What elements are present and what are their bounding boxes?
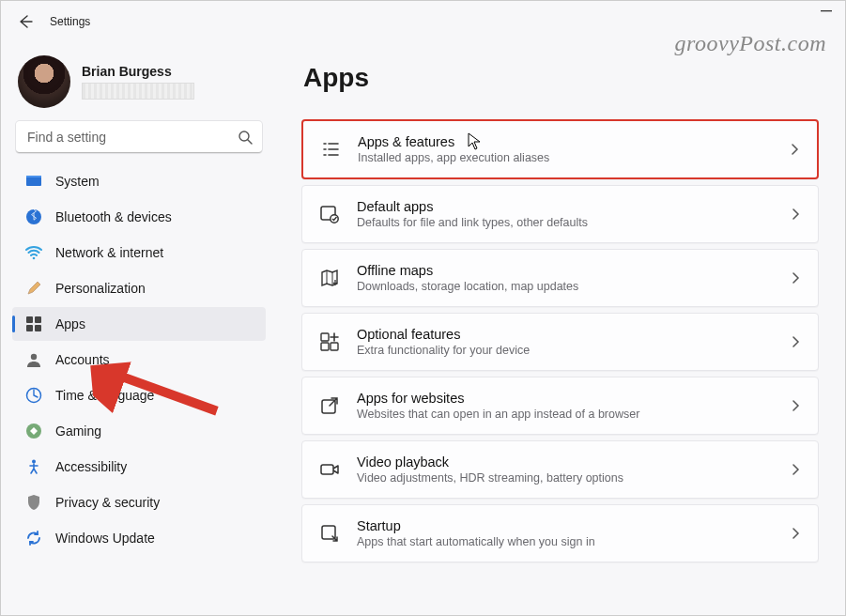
card-subtitle: Extra functionality for your device — [357, 344, 530, 357]
chevron-right-icon — [790, 400, 801, 411]
svg-rect-18 — [321, 343, 329, 350]
card-title: Startup — [357, 518, 595, 533]
sidebar-item-system[interactable]: System — [12, 164, 266, 198]
card-optional-features[interactable]: Optional features Extra functionality fo… — [301, 313, 819, 371]
sidebar-item-privacy[interactable]: Privacy & security — [12, 485, 266, 519]
search-icon — [238, 130, 253, 145]
sidebar-item-label: Time & language — [55, 388, 154, 403]
shield-icon — [25, 494, 42, 511]
card-subtitle: Apps that start automatically when you s… — [357, 535, 595, 548]
svg-rect-19 — [331, 343, 338, 350]
svg-rect-4 — [26, 176, 41, 177]
user-panel[interactable]: Brian Burgess — [10, 50, 268, 121]
minimize-button[interactable] — [817, 7, 836, 16]
search-wrap — [16, 121, 262, 153]
svg-rect-0 — [821, 10, 832, 11]
card-title: Apps for websites — [357, 391, 639, 406]
globe-clock-icon — [25, 387, 42, 404]
chevron-right-icon — [790, 336, 801, 347]
apps-icon — [25, 316, 42, 332]
chevron-right-icon — [790, 272, 801, 284]
watermark-text: groovyPost.com — [675, 31, 826, 56]
svg-rect-17 — [321, 333, 329, 341]
sidebar: Brian Burgess System Bluetoot — [1, 42, 273, 615]
arrow-left-icon — [18, 14, 33, 29]
svg-point-11 — [31, 354, 37, 360]
card-title: Optional features — [357, 327, 530, 342]
sidebar-item-accessibility[interactable]: Accessibility — [12, 450, 266, 484]
sidebar-item-label: Accounts — [55, 352, 110, 367]
svg-line-2 — [248, 140, 252, 144]
sidebar-item-label: Windows Update — [55, 531, 155, 546]
svg-rect-21 — [321, 465, 333, 474]
bluetooth-icon — [25, 208, 42, 225]
chevron-right-icon — [790, 208, 801, 220]
sidebar-item-label: System — [55, 174, 100, 189]
map-icon — [319, 268, 340, 288]
external-link-icon — [319, 395, 340, 416]
system-icon — [25, 173, 42, 190]
video-icon — [319, 459, 340, 480]
svg-rect-7 — [26, 316, 33, 323]
svg-point-14 — [32, 460, 36, 464]
card-subtitle: Defaults for file and link types, other … — [357, 216, 588, 229]
svg-rect-9 — [26, 325, 33, 331]
card-apps-features[interactable]: Apps & features Installed apps, app exec… — [301, 119, 819, 179]
sidebar-item-bluetooth[interactable]: Bluetooth & devices — [12, 200, 266, 234]
svg-rect-10 — [35, 325, 41, 331]
chevron-right-icon — [789, 144, 800, 155]
avatar — [18, 55, 70, 108]
sidebar-item-label: Accessibility — [55, 459, 127, 474]
svg-point-1 — [239, 131, 249, 141]
gamepad-icon — [25, 423, 42, 439]
svg-point-6 — [33, 257, 36, 260]
chevron-right-icon — [790, 528, 801, 539]
default-apps-icon — [319, 204, 340, 224]
card-title: Offline maps — [357, 263, 578, 278]
user-email-placeholder — [82, 83, 194, 100]
card-subtitle: Downloads, storage location, map updates — [357, 280, 578, 293]
back-button[interactable] — [8, 5, 42, 38]
card-title: Apps & features — [358, 134, 549, 149]
card-default-apps[interactable]: Default apps Defaults for file and link … — [301, 185, 819, 243]
cards-list: Apps & features Installed apps, app exec… — [301, 119, 819, 562]
card-subtitle: Video adjustments, HDR streaming, batter… — [357, 471, 623, 485]
sidebar-item-apps[interactable]: Apps — [12, 307, 266, 341]
optional-features-icon — [319, 331, 340, 352]
sidebar-item-label: Network & internet — [55, 245, 163, 260]
sidebar-item-personalization[interactable]: Personalization — [12, 271, 266, 305]
wifi-icon — [25, 244, 42, 261]
user-name: Brian Burgess — [82, 64, 194, 79]
sidebar-item-label: Privacy & security — [55, 495, 160, 510]
sidebar-item-label: Gaming — [55, 424, 101, 439]
card-apps-websites[interactable]: Apps for websites Websites that can open… — [301, 377, 819, 435]
window-title: Settings — [50, 15, 90, 28]
card-video-playback[interactable]: Video playback Video adjustments, HDR st… — [301, 440, 819, 499]
sidebar-item-time[interactable]: Time & language — [12, 378, 266, 412]
sync-icon — [25, 530, 42, 547]
page-title: Apps — [303, 63, 819, 93]
card-startup[interactable]: Startup Apps that start automatically wh… — [301, 504, 819, 562]
sidebar-item-update[interactable]: Windows Update — [12, 521, 266, 555]
svg-rect-8 — [35, 316, 41, 323]
sidebar-item-network[interactable]: Network & internet — [12, 236, 266, 270]
card-title: Video playback — [357, 454, 623, 470]
startup-icon — [319, 523, 340, 544]
nav-list: System Bluetooth & devices Network & int… — [10, 164, 268, 555]
paintbrush-icon — [25, 280, 42, 297]
chevron-right-icon — [790, 464, 801, 475]
content-area: Apps Apps & features Installed apps, app… — [273, 42, 845, 615]
card-title: Default apps — [357, 199, 588, 214]
person-icon — [25, 351, 42, 368]
sidebar-item-label: Personalization — [55, 281, 146, 296]
card-subtitle: Installed apps, app execution aliases — [358, 151, 549, 164]
sidebar-item-gaming[interactable]: Gaming — [12, 414, 266, 448]
search-input[interactable] — [16, 121, 262, 153]
sidebar-item-label: Apps — [55, 316, 85, 331]
accessibility-icon — [25, 458, 42, 475]
sidebar-item-accounts[interactable]: Accounts — [12, 343, 266, 377]
card-subtitle: Websites that can open in an app instead… — [357, 408, 639, 421]
card-offline-maps[interactable]: Offline maps Downloads, storage location… — [301, 249, 819, 307]
sidebar-item-label: Bluetooth & devices — [55, 209, 172, 224]
list-icon — [320, 139, 341, 160]
